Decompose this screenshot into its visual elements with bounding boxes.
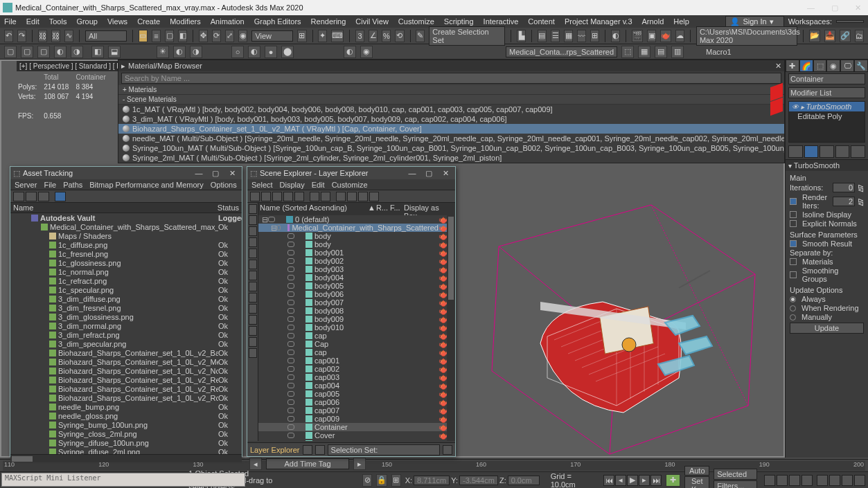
angle-snap-button[interactable]: ∠ bbox=[369, 30, 378, 42]
doc-path-field[interactable]: C:\Users\MSI\Documents\3ds Max 2020 bbox=[696, 26, 797, 46]
freeze-icon[interactable] bbox=[282, 225, 285, 231]
maximize-icon[interactable]: ▢ bbox=[209, 169, 222, 178]
create-tab[interactable]: ✚ bbox=[786, 60, 799, 72]
freeze-icon[interactable] bbox=[296, 275, 303, 280]
tb2-btn[interactable]: ⬤ bbox=[281, 46, 294, 58]
tb-btn[interactable] bbox=[358, 192, 368, 201]
material-row[interactable]: 1c_MAT ( VRayMtl ) [body, body002, body0… bbox=[118, 105, 784, 114]
time-config-button[interactable]: ✚ bbox=[666, 474, 680, 487]
asset-row[interactable]: Biohazard_Sharps_Container_set_1_0L_v2_M… bbox=[10, 357, 242, 366]
tb2-btn[interactable]: ▢ bbox=[37, 46, 50, 58]
menu-file[interactable]: File bbox=[4, 17, 17, 26]
menu-scripting[interactable]: Scripting bbox=[444, 17, 474, 26]
tree-row[interactable]: body005🫖 bbox=[258, 282, 447, 290]
prev-tag-button[interactable]: ◂ bbox=[249, 458, 262, 470]
freeze-icon[interactable] bbox=[296, 233, 303, 239]
tb2-btn[interactable]: ◐ bbox=[344, 46, 356, 58]
visibility-icon[interactable] bbox=[287, 408, 294, 413]
scrollbar-vertical[interactable] bbox=[447, 215, 455, 441]
asset-row[interactable]: 3_dim_normal.pngOk bbox=[10, 321, 242, 330]
menu-content[interactable]: Content bbox=[528, 17, 555, 26]
lock-icon[interactable]: ⊘ bbox=[362, 474, 372, 487]
menu-graph-editors[interactable]: Graph Editors bbox=[254, 17, 301, 26]
maximize-button[interactable]: ▢ bbox=[827, 3, 842, 12]
visibility-icon[interactable] bbox=[287, 266, 294, 272]
menu-item[interactable]: Options bbox=[211, 181, 237, 189]
sep-smoothing-check[interactable] bbox=[790, 271, 797, 278]
make-unique-button[interactable] bbox=[820, 145, 834, 158]
select-region-button[interactable]: ▢ bbox=[165, 30, 174, 42]
asset-row[interactable]: Syringe_difuse_100un.pngOk bbox=[10, 438, 242, 447]
placement-button[interactable]: ◉ bbox=[238, 30, 247, 42]
visibility-icon[interactable] bbox=[287, 383, 294, 388]
select-name-button[interactable]: ≡ bbox=[152, 30, 161, 42]
selection-set-field[interactable]: Selection Set: bbox=[328, 444, 440, 455]
visibility-icon[interactable] bbox=[287, 358, 294, 363]
menu-animation[interactable]: Animation bbox=[211, 17, 245, 26]
autokey-button[interactable]: Auto bbox=[684, 466, 709, 476]
tb-btn[interactable] bbox=[38, 192, 49, 201]
modifier-list-dropdown[interactable]: Modifier List bbox=[788, 87, 865, 98]
render-setup-button[interactable]: 🎬 bbox=[632, 30, 643, 42]
render-frame-button[interactable]: ▣ bbox=[647, 30, 656, 42]
next-frame-button[interactable]: ▸ bbox=[639, 475, 650, 486]
setkey-button[interactable]: Set K... bbox=[684, 476, 709, 488]
workspaces-dropdown[interactable] bbox=[836, 20, 864, 23]
material-row[interactable]: Biohazard_Sharps_Container_set_1_0L_v2_M… bbox=[118, 124, 784, 134]
menu-rendering[interactable]: Rendering bbox=[311, 17, 346, 26]
menu-item[interactable]: Display bbox=[280, 181, 305, 189]
undo-button[interactable]: ↶ bbox=[4, 30, 13, 42]
tree-row[interactable]: body008🫖 bbox=[258, 307, 447, 315]
visibility-icon[interactable] bbox=[287, 391, 294, 397]
freeze-icon[interactable] bbox=[296, 266, 303, 272]
tb2-btn[interactable]: ☀ bbox=[157, 46, 169, 58]
menu-item[interactable]: Bitmap Performance and Memory bbox=[89, 181, 203, 189]
display-tab[interactable]: 🖵 bbox=[840, 60, 854, 72]
tb-btn[interactable] bbox=[249, 337, 257, 347]
x-coord-field[interactable]: 8.711cm bbox=[414, 476, 450, 485]
tree-row[interactable]: cap001🫖 bbox=[258, 356, 447, 365]
close-button[interactable]: ✕ bbox=[851, 3, 865, 12]
rollout-header[interactable]: ▾ TurboSmooth bbox=[786, 159, 868, 171]
freeze-icon[interactable] bbox=[296, 358, 303, 363]
render-iters-check[interactable] bbox=[790, 198, 797, 205]
render-iters-spinner[interactable]: 2 bbox=[833, 197, 855, 206]
menu-item[interactable]: Server bbox=[15, 181, 37, 189]
asset-row[interactable]: 1c_fresnel.pngOk bbox=[10, 249, 242, 258]
goto-start-button[interactable]: ⏮ bbox=[603, 475, 614, 486]
tree-row[interactable]: Cover🫖 bbox=[258, 431, 447, 440]
asset-row[interactable]: Biohazard_Sharps_Container_set_1_0L_v2_B… bbox=[10, 348, 242, 357]
add-time-tag-button[interactable]: Add Time Tag bbox=[266, 458, 349, 469]
freeze-icon[interactable] bbox=[296, 374, 303, 380]
asset-row[interactable]: 1c_refract.pngOk bbox=[10, 276, 242, 285]
close-icon[interactable]: ✕ bbox=[775, 62, 781, 71]
ref-coord-dropdown[interactable]: View bbox=[251, 30, 293, 42]
tree-row[interactable]: cap007🫖 bbox=[258, 406, 447, 415]
curve-editor-button[interactable]: 〰 bbox=[577, 30, 586, 42]
percent-snap-button[interactable]: % bbox=[382, 30, 391, 42]
menu-item[interactable]: Edit bbox=[312, 181, 325, 189]
tb2-btn[interactable]: ◐ bbox=[54, 46, 67, 58]
freeze-icon[interactable] bbox=[296, 250, 303, 255]
explicit-normals-check[interactable] bbox=[790, 220, 797, 227]
play-button[interactable]: ▶ bbox=[627, 475, 638, 486]
menu-modifiers[interactable]: Modifiers bbox=[170, 17, 201, 26]
close-icon[interactable]: ✕ bbox=[439, 169, 452, 178]
visibility-icon[interactable] bbox=[287, 416, 294, 422]
nav-btn[interactable] bbox=[801, 475, 813, 486]
nav-btn[interactable] bbox=[817, 475, 828, 486]
asset-row[interactable]: 1c_normal.pngOk bbox=[10, 267, 242, 276]
pm-open-button[interactable]: 📂 bbox=[809, 30, 820, 42]
menu-item[interactable]: Customize bbox=[332, 181, 368, 189]
show-end-result-button[interactable] bbox=[804, 145, 819, 158]
renderable-icon[interactable]: 🫖 bbox=[439, 440, 447, 442]
snap-button[interactable]: 3 bbox=[355, 30, 364, 42]
modifier-stack[interactable]: 👁 ▸ TurboSmooth Editable Poly bbox=[788, 101, 865, 143]
redo-button[interactable]: ↷ bbox=[17, 30, 26, 42]
expand-icon[interactable]: ⊟ bbox=[261, 215, 268, 224]
motion-tab[interactable]: ◉ bbox=[826, 60, 840, 72]
tree-row[interactable]: cap🫖 bbox=[258, 348, 447, 356]
tree-row[interactable]: body🫖 bbox=[258, 240, 447, 248]
pm-xref-button[interactable]: 🔗 bbox=[840, 30, 851, 42]
tb-btn[interactable] bbox=[249, 315, 257, 325]
